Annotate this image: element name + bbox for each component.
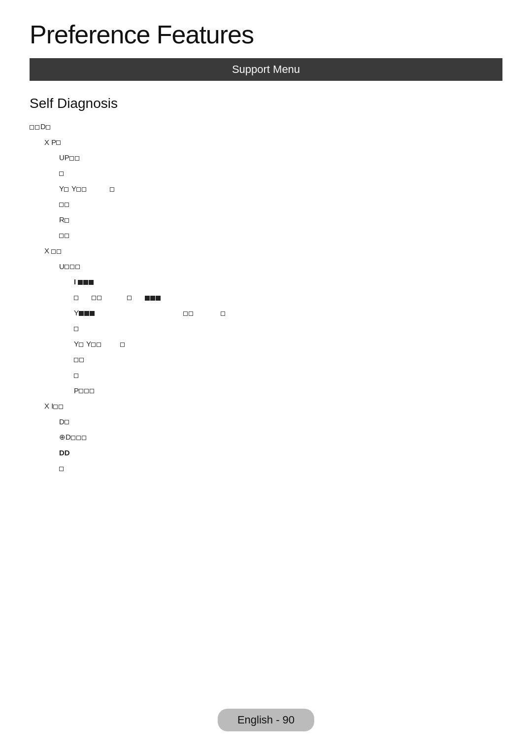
list-item: Y Y bbox=[74, 338, 502, 350]
list-item bbox=[74, 353, 502, 366]
support-menu-label: Support Menu bbox=[232, 63, 300, 75]
list-item: Y Y bbox=[59, 182, 502, 195]
list-item bbox=[59, 462, 502, 475]
list-item: X bbox=[44, 244, 502, 257]
list-item: I bbox=[74, 275, 502, 288]
list-item bbox=[74, 291, 502, 304]
section-title: Self Diagnosis bbox=[30, 96, 502, 111]
list-item bbox=[74, 322, 502, 335]
list-item: DD bbox=[59, 447, 502, 459]
list-item bbox=[59, 167, 502, 180]
footer-label: English - 90 bbox=[237, 714, 295, 726]
list-item: P bbox=[74, 384, 502, 397]
footer-badge: English - 90 bbox=[218, 709, 314, 731]
list-item bbox=[74, 369, 502, 381]
page-title: Preference Features bbox=[30, 20, 502, 49]
list-item bbox=[59, 198, 502, 211]
list-item: UP bbox=[59, 151, 502, 164]
list-item: U bbox=[59, 260, 502, 273]
list-item: ⊕D bbox=[59, 431, 502, 444]
content-area: D X P UP Y Y R X U I bbox=[30, 120, 502, 475]
list-item: R bbox=[59, 213, 502, 226]
list-item: D bbox=[59, 415, 502, 428]
support-menu-bar: Support Menu bbox=[30, 58, 502, 81]
list-item: D bbox=[30, 120, 502, 133]
list-item: Y bbox=[74, 307, 502, 319]
list-item bbox=[59, 229, 502, 242]
list-item: X P bbox=[44, 136, 502, 149]
list-item: X I bbox=[44, 400, 502, 412]
